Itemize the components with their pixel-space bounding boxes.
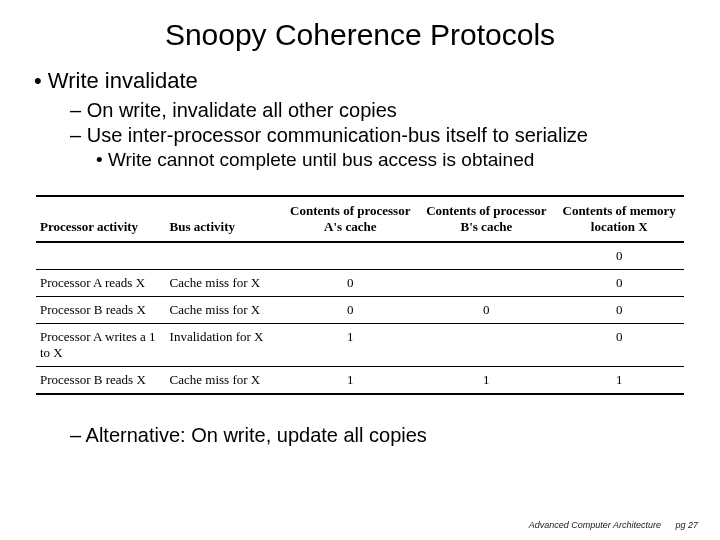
cell-b (418, 269, 554, 296)
cell-a (282, 242, 418, 270)
table-row: Processor B reads X Cache miss for X 0 0… (36, 296, 684, 323)
cell-a: 0 (282, 269, 418, 296)
cell-b (418, 242, 554, 270)
cell-activity: Processor B reads X (36, 296, 166, 323)
table-row: Processor B reads X Cache miss for X 1 1… (36, 366, 684, 394)
table-row: Processor A writes a 1 to X Invalidation… (36, 323, 684, 366)
cell-mem: 1 (554, 366, 684, 394)
coherence-table-wrap: Processor activity Bus activity Contents… (36, 195, 684, 395)
cell-bus (166, 242, 283, 270)
cell-b: 0 (418, 296, 554, 323)
col-bus-activity: Bus activity (166, 196, 283, 242)
cell-mem: 0 (554, 323, 684, 366)
cell-bus: Cache miss for X (166, 366, 283, 394)
coherence-table: Processor activity Bus activity Contents… (36, 195, 684, 395)
cell-a: 0 (282, 296, 418, 323)
cell-mem: 0 (554, 296, 684, 323)
bullet-level3: Write cannot complete until bus access i… (96, 148, 692, 173)
bullet-level1: Write invalidate (34, 68, 692, 94)
table-row: Processor A reads X Cache miss for X 0 0 (36, 269, 684, 296)
cell-bus: Cache miss for X (166, 296, 283, 323)
slide-footer: Advanced Computer Architecture pg 27 (529, 520, 698, 530)
col-processor-activity: Processor activity (36, 196, 166, 242)
col-memory-x: Contents of memory location X (554, 196, 684, 242)
cell-activity: Processor A writes a 1 to X (36, 323, 166, 366)
cell-activity: Processor A reads X (36, 269, 166, 296)
cell-a: 1 (282, 366, 418, 394)
bullet-level2: Use inter-processor communication-bus it… (70, 123, 692, 148)
cell-mem: 0 (554, 242, 684, 270)
slide-title: Snoopy Coherence Protocols (28, 18, 692, 52)
bullet-level2: Alternative: On write, update all copies (70, 423, 692, 448)
cell-mem: 0 (554, 269, 684, 296)
footer-page: pg 27 (675, 520, 698, 530)
cell-activity: Processor B reads X (36, 366, 166, 394)
cell-bus: Invalidation for X (166, 323, 283, 366)
table-header-row: Processor activity Bus activity Contents… (36, 196, 684, 242)
cell-b: 1 (418, 366, 554, 394)
col-cache-b: Contents of processor B's cache (418, 196, 554, 242)
col-cache-a: Contents of processor A's cache (282, 196, 418, 242)
cell-a: 1 (282, 323, 418, 366)
bullet-level2: On write, invalidate all other copies (70, 98, 692, 123)
cell-bus: Cache miss for X (166, 269, 283, 296)
cell-b (418, 323, 554, 366)
footer-course: Advanced Computer Architecture (529, 520, 661, 530)
table-row: 0 (36, 242, 684, 270)
cell-activity (36, 242, 166, 270)
